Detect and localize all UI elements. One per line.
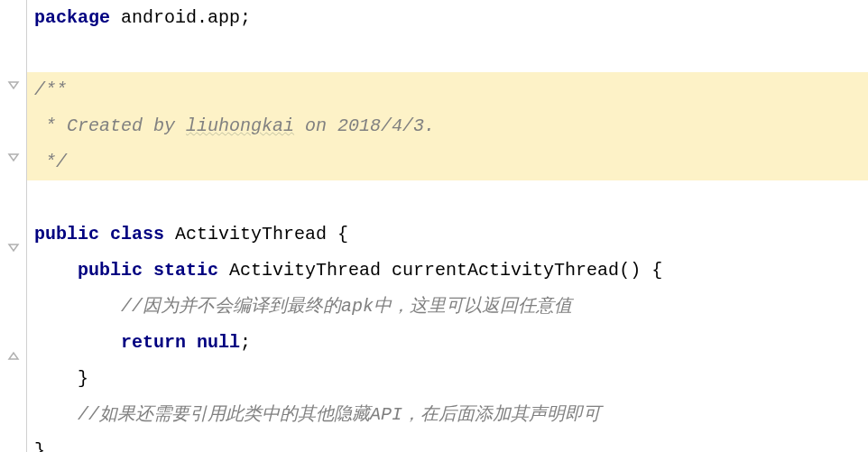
indent [34, 325, 121, 361]
code-line-comment: //因为并不会编译到最终的apk中，这里可以返回任意值 [34, 289, 868, 325]
keyword-null: null [186, 325, 240, 361]
code-line-blank [34, 36, 868, 72]
indent [34, 253, 78, 289]
fold-icon[interactable] [5, 151, 22, 167]
parens-brace: () { [619, 253, 662, 289]
fold-icon[interactable] [5, 349, 22, 365]
package-name: android.app [110, 0, 240, 36]
editor-gutter [0, 0, 27, 452]
code-line: return null; [34, 325, 868, 361]
line-comment: //如果还需要引用此类中的其他隐藏API，在后面添加其声明即可 [78, 397, 601, 433]
code-area[interactable]: package android.app; /** * Created by li… [27, 0, 868, 452]
semicolon: ; [240, 325, 251, 361]
javadoc-text: on 2018/4/3. [294, 108, 435, 144]
class-name: ActivityThread [164, 217, 337, 253]
code-editor: package android.app; /** * Created by li… [0, 0, 868, 452]
indent [34, 289, 121, 325]
keyword-package: package [34, 0, 110, 36]
javadoc-author: liuhongkai [186, 108, 294, 144]
code-line-comment: /** [27, 72, 868, 108]
javadoc-text: * Created by [34, 108, 186, 144]
line-comment: //因为并不会编译到最终的apk中，这里可以返回任意值 [121, 289, 572, 325]
code-line-blank [34, 180, 868, 217]
semicolon: ; [240, 0, 251, 36]
javadoc-close: */ [34, 144, 67, 180]
code-line-comment: * Created by liuhongkai on 2018/4/3. [27, 108, 868, 144]
brace-close: } [34, 433, 45, 452]
return-type: ActivityThread [218, 253, 392, 289]
keyword-static: static [143, 253, 218, 289]
keyword-return: return [121, 325, 186, 361]
keyword-public: public [78, 253, 143, 289]
fold-icon[interactable] [5, 78, 22, 95]
brace-open: { [337, 217, 348, 253]
code-line: public class ActivityThread { [34, 217, 868, 253]
brace-close: } [78, 361, 88, 397]
method-name: currentActivityThread [392, 253, 619, 289]
code-line: } [34, 361, 868, 397]
keyword-class: class [99, 217, 164, 253]
indent [34, 361, 78, 397]
keyword-public: public [34, 217, 99, 253]
indent [34, 397, 78, 433]
code-line-comment: //如果还需要引用此类中的其他隐藏API，在后面添加其声明即可 [34, 397, 868, 433]
code-line: public static ActivityThread currentActi… [34, 253, 868, 289]
code-line-comment: */ [27, 144, 868, 180]
code-line: } [34, 433, 868, 452]
fold-icon[interactable] [5, 241, 22, 257]
code-line: package android.app; [34, 0, 868, 36]
javadoc-open: /** [34, 72, 67, 108]
